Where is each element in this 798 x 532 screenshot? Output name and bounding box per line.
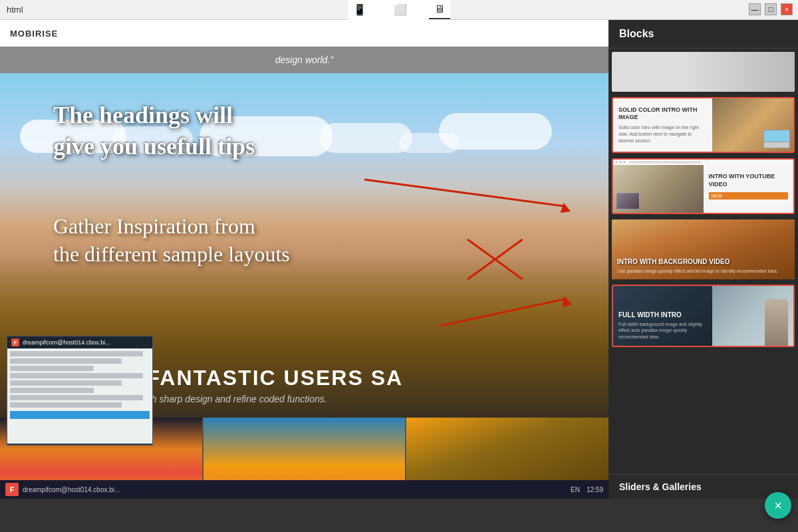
canvas-area: MOBIRISE design world." [0, 20, 608, 499]
chat-row-5 [10, 380, 122, 386]
block-full-width-content: FULL WIDTH INTRO Full width background i… [613, 286, 793, 346]
fab-icon: × [774, 498, 782, 499]
close-button[interactable]: × [781, 3, 793, 15]
brand-label: MOBIRISE [10, 29, 58, 39]
block-full-width-intro[interactable]: FULL WIDTH INTRO Full width background i… [612, 285, 795, 347]
block-item-partial[interactable] [612, 52, 795, 92]
chat-row-7 [10, 395, 143, 400]
tablet-device-icon[interactable]: ⬜ [388, 1, 412, 19]
block-solid-title: SOLID COLOR INTRO WITH IMAGE [618, 106, 707, 122]
block-full-desc: Full width background image and slightly… [618, 321, 707, 340]
chat-icon: F [11, 338, 19, 346]
mini-bar-url [629, 161, 702, 164]
mini-dot-1 [615, 161, 618, 164]
block-bg-video-content: INTRO WITH BACKGROUND VIDEO Use parallax… [612, 219, 795, 279]
mini-dot-3 [623, 161, 626, 164]
taskbar: F dreampifcom@host014.cbox.bi... EN 12:5… [0, 480, 608, 499]
block-bg-video-intro[interactable]: INTRO WITH BACKGROUND VIDEO Use parallax… [612, 219, 795, 279]
title-bar: html 📱 ⬜ 🖥 — □ × [0, 0, 798, 20]
block-solid-color-intro[interactable]: SOLID COLOR INTRO WITH IMAGE Solid color… [612, 97, 795, 153]
window-controls: — □ × [749, 3, 793, 15]
filename-label: html [7, 5, 23, 15]
cloud-4 [319, 123, 412, 153]
chat-title: dreampifcom@host014.cbox.bi... [23, 339, 110, 346]
quote-section: design world." [0, 47, 608, 73]
block-solid-left-panel: SOLID COLOR INTRO WITH IMAGE Solid color… [613, 98, 712, 152]
person-silhouette [765, 299, 788, 346]
block-youtube-preview-bg [613, 160, 704, 213]
gather-tip-line1: Gather Inspiration from [53, 214, 255, 238]
block-youtube-badge: NEW [709, 192, 789, 200]
mini-dot-2 [619, 161, 622, 164]
block-youtube-left-panel [613, 160, 704, 213]
block-youtube-content: INTRO WITH YOUTUBE VIDEO NEW [613, 160, 793, 213]
taskbar-icon[interactable]: F [5, 483, 19, 496]
device-toolbar: 📱 ⬜ 🖥 [348, 0, 450, 20]
taskbar-email: dreampifcom@host014.cbox.bi... [23, 486, 120, 493]
taskbar-icon-label: F [10, 485, 15, 493]
main-layout: MOBIRISE design world." [0, 20, 798, 499]
block-partial-preview [612, 52, 795, 92]
chat-body [7, 348, 152, 444]
block-solid-desc: Solid color intro with image on the righ… [618, 124, 707, 144]
block-youtube-title: INTRO WITH YOUTUBE VIDEO [709, 173, 789, 188]
heading-tip: The headings will give you usefull tips [53, 100, 255, 162]
maximize-button[interactable]: □ [765, 3, 777, 15]
block-solid-laptop [763, 130, 790, 148]
block-bg-video-overlay: INTRO WITH BACKGROUND VIDEO Use parallax… [612, 219, 795, 279]
cloud-6 [439, 113, 552, 150]
youtube-small-preview [616, 193, 640, 209]
block-bg-video-desc: Use parallax image quickly effect and le… [617, 268, 789, 274]
block-full-title: FULL WIDTH INTRO [618, 311, 707, 319]
block-partial-bg [612, 52, 795, 92]
block-youtube-mini-bar [613, 160, 704, 165]
desktop-device-icon[interactable]: 🖥 [429, 1, 450, 19]
taskbar-lang: EN [571, 486, 580, 493]
mobile-device-icon[interactable]: 📱 [348, 1, 372, 19]
chat-row-3 [10, 366, 94, 371]
website-preview: MOBIRISE design world." [0, 20, 608, 499]
block-full-left-panel: FULL WIDTH INTRO Full width background i… [613, 286, 712, 346]
blocks-panel: Blocks SOLID COLOR INTRO WITH IMAGE Soli… [608, 20, 798, 499]
taskbar-time: 12:59 [587, 486, 603, 493]
minimize-button[interactable]: — [749, 3, 761, 15]
hero-section: The headings will give you usefull tips … [0, 73, 608, 352]
chat-row-6 [10, 388, 94, 393]
preview-top-bar: MOBIRISE [0, 20, 608, 47]
chat-header: F dreampifcom@host014.cbox.bi... [7, 336, 152, 348]
block-solid-laptop-screen [764, 130, 789, 142]
block-bg-video-title: INTRO WITH BACKGROUND VIDEO [617, 257, 789, 266]
heading-tip-line1: The headings will [53, 102, 233, 128]
quote-text: design world." [275, 55, 333, 65]
block-youtube-intro[interactable]: INTRO WITH YOUTUBE VIDEO NEW [612, 158, 795, 214]
chat-row-8 [10, 402, 122, 408]
chat-input[interactable] [10, 411, 150, 419]
block-youtube-right-panel: INTRO WITH YOUTUBE VIDEO NEW [704, 160, 794, 213]
blocks-panel-header: Blocks [608, 20, 798, 49]
block-solid-right-panel [712, 98, 793, 152]
chat-row-1 [10, 351, 143, 356]
block-solid-intro-content: SOLID COLOR INTRO WITH IMAGE Solid color… [613, 98, 793, 152]
chat-overlay[interactable]: F dreampifcom@host014.cbox.bi... [7, 336, 153, 446]
heading-tip-line2: give you usefull tips [53, 133, 255, 160]
chat-row-4 [10, 373, 143, 378]
gather-tip-line2: the different sample layouts [53, 242, 290, 266]
blocks-list[interactable]: SOLID COLOR INTRO WITH IMAGE Solid color… [608, 49, 798, 474]
gather-tip: Gather Inspiration from the different sa… [53, 213, 290, 268]
chat-row-2 [10, 358, 122, 364]
block-full-right-panel [712, 286, 793, 346]
